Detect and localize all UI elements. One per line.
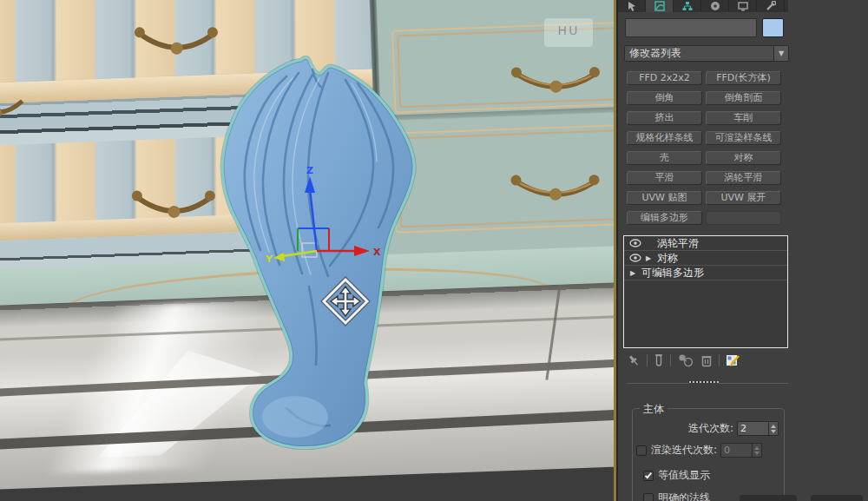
utilities-icon [766, 1, 776, 11]
stack-item-label: 涡轮平滑 [654, 236, 699, 251]
spinner-down-icon[interactable] [771, 430, 776, 433]
modifier-button-symmetry[interactable]: 对称 [706, 151, 781, 165]
stack-item-turbosmooth[interactable]: 涡轮平滑 [624, 236, 787, 251]
pin-stack-icon[interactable] [627, 353, 641, 367]
spinner-up-icon[interactable] [771, 425, 776, 428]
stack-item-label: 对称 [654, 251, 678, 266]
object-name-input[interactable] [625, 18, 757, 37]
show-end-result-icon[interactable] [654, 353, 664, 367]
render-iterations-label: 渲染迭代次数: [651, 443, 717, 458]
panel-splitter[interactable] [627, 380, 788, 386]
modifier-button-empty[interactable] [706, 211, 781, 225]
motion-icon [710, 1, 720, 11]
render-iterations-checkbox[interactable] [636, 445, 647, 456]
modify-icon [654, 1, 665, 11]
iterations-label: 迭代次数: [688, 421, 733, 436]
modifier-button-bevel-profile[interactable]: 倒角剖面 [706, 91, 781, 105]
cutoff-ui-stub [740, 495, 797, 501]
render-iterations-spinner: 0 [720, 443, 762, 458]
hierarchy-icon [682, 1, 693, 11]
cutoff-ui-stub [811, 495, 863, 501]
application-window: HU [0, 0, 868, 501]
rollout-title: 主体 [640, 402, 667, 417]
modifier-button-ffd-box[interactable]: FFD(长方体) [706, 71, 781, 85]
modifier-button-normalize-spline[interactable]: 规格化样条线 [627, 131, 702, 145]
modifier-list-label: 修改器列表 [625, 46, 773, 61]
isoline-display-checkbox[interactable] [643, 471, 654, 481]
tab-display[interactable] [729, 0, 757, 12]
tab-modify[interactable] [646, 0, 674, 12]
modifier-button-edit-poly[interactable]: 编辑多边形 [627, 211, 702, 225]
configure-modifier-sets-icon[interactable] [726, 353, 740, 367]
object-color-swatch[interactable] [762, 18, 784, 37]
stack-item-symmetry[interactable]: ▶ 对称 [624, 251, 787, 266]
turbosmooth-rollout: 主体 迭代次数: 2 渲染迭代次数: 0 等值线显示 [632, 408, 785, 501]
stack-toolbar [627, 352, 792, 369]
modifier-button-turbosmooth[interactable]: 涡轮平滑 [706, 171, 781, 185]
stack-item-label: 可编辑多边形 [638, 266, 704, 280]
modifier-stack-list: 涡轮平滑 ▶ 对称 ▶ 可编辑多边形 [623, 235, 788, 348]
modifier-button-smooth[interactable]: 平滑 [627, 171, 702, 185]
render-iterations-value: 0 [721, 444, 752, 457]
expand-arrow-icon[interactable]: ▶ [643, 254, 654, 262]
tab-hierarchy[interactable] [674, 0, 701, 12]
remove-modifier-icon[interactable] [700, 353, 713, 367]
iterations-value[interactable]: 2 [738, 422, 768, 435]
explicit-normals-checkbox[interactable] [643, 493, 654, 501]
tab-motion[interactable] [701, 0, 729, 12]
modifier-list-dropdown[interactable]: 修改器列表 ▼ [624, 45, 789, 62]
command-panel-tabs [618, 0, 788, 12]
iterations-spinner[interactable]: 2 [737, 421, 779, 436]
dropdown-arrow-icon[interactable]: ▼ [773, 46, 788, 61]
modifier-button-lathe[interactable]: 车削 [706, 111, 781, 125]
modifier-button-renderable-spline[interactable]: 可渲染样条线 [706, 131, 781, 145]
modifier-button-extrude[interactable]: 挤出 [627, 111, 702, 125]
viewport-3d[interactable]: HU [0, 0, 618, 501]
tab-utilities[interactable] [757, 0, 785, 12]
modifier-button-shell[interactable]: 壳 [627, 151, 702, 165]
command-panel: 修改器列表 ▼ FFD 2x2x2 FFD(长方体) 倒角 倒角剖面 挤出 车削… [618, 0, 868, 501]
visibility-eye-icon[interactable] [629, 254, 643, 262]
stack-item-editable-poly[interactable]: ▶ 可编辑多边形 [624, 266, 787, 280]
tab-create[interactable] [618, 0, 646, 12]
expand-arrow-icon[interactable]: ▶ [628, 269, 638, 277]
modifier-button-bevel[interactable]: 倒角 [627, 91, 702, 105]
visibility-eye-icon[interactable] [629, 239, 643, 247]
explicit-normals-label: 明确的法线 [658, 491, 710, 501]
create-icon [627, 1, 637, 11]
modifier-button-unwrap-uvw[interactable]: UVW 展开 [706, 191, 781, 205]
modifier-button-grid: FFD 2x2x2 FFD(长方体) 倒角 倒角剖面 挤出 车削 规格化样条线 … [627, 71, 781, 225]
make-unique-icon[interactable] [677, 353, 694, 367]
splitter-grip[interactable] [689, 381, 719, 385]
isoline-display-label: 等值线显示 [658, 468, 710, 483]
move-cursor-icon [0, 0, 618, 501]
display-icon [738, 1, 748, 11]
modifier-button-uvw-map[interactable]: UVW 贴图 [627, 191, 702, 205]
modifier-button-ffd2x2x2[interactable]: FFD 2x2x2 [627, 71, 702, 85]
